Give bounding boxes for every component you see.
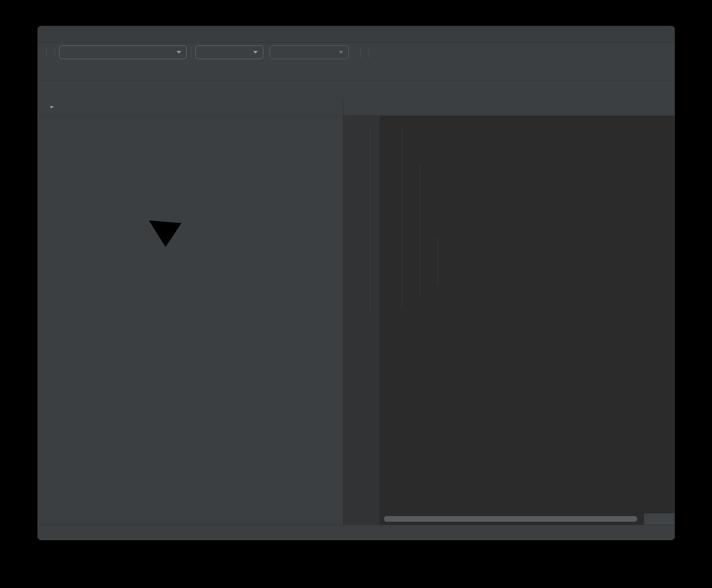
main-area	[38, 99, 675, 525]
user-avatar-button[interactable]	[661, 56, 672, 67]
chevron-down-icon	[176, 51, 181, 54]
device-target-combo[interactable]	[269, 45, 349, 59]
chevron-down-icon	[339, 51, 343, 54]
editor-tab-bar	[343, 99, 675, 116]
project-panel	[38, 99, 343, 525]
project-panel-header	[38, 99, 343, 116]
indent-guide	[420, 165, 420, 297]
status-bar	[38, 525, 675, 540]
run-config-combo[interactable]	[195, 45, 264, 59]
chevron-down-icon	[253, 51, 258, 54]
project-tree	[38, 116, 343, 525]
toolbar-divider	[191, 47, 191, 58]
toolbar-divider	[55, 47, 55, 58]
toolbar-divider	[369, 47, 369, 58]
breadcrumb	[38, 80, 675, 99]
indent-guide	[402, 129, 402, 309]
editor-area[interactable]	[343, 99, 675, 525]
editor-code-area[interactable]	[343, 116, 675, 525]
chevron-down-icon	[49, 106, 54, 108]
title-bar[interactable]	[38, 26, 675, 43]
horizontal-scrollbar[interactable]	[384, 516, 637, 522]
toolbar-divider	[360, 47, 361, 58]
secondary-toolbar	[38, 62, 675, 80]
scrollbar-corner	[644, 513, 675, 525]
indent-guide	[438, 237, 438, 285]
ide-window	[38, 26, 675, 540]
main-toolbar	[38, 43, 675, 62]
toolbar-divider	[46, 47, 47, 58]
editor-gutter	[343, 116, 379, 525]
device-selector-combo[interactable]	[59, 45, 187, 59]
fold-connector-line	[370, 127, 370, 314]
